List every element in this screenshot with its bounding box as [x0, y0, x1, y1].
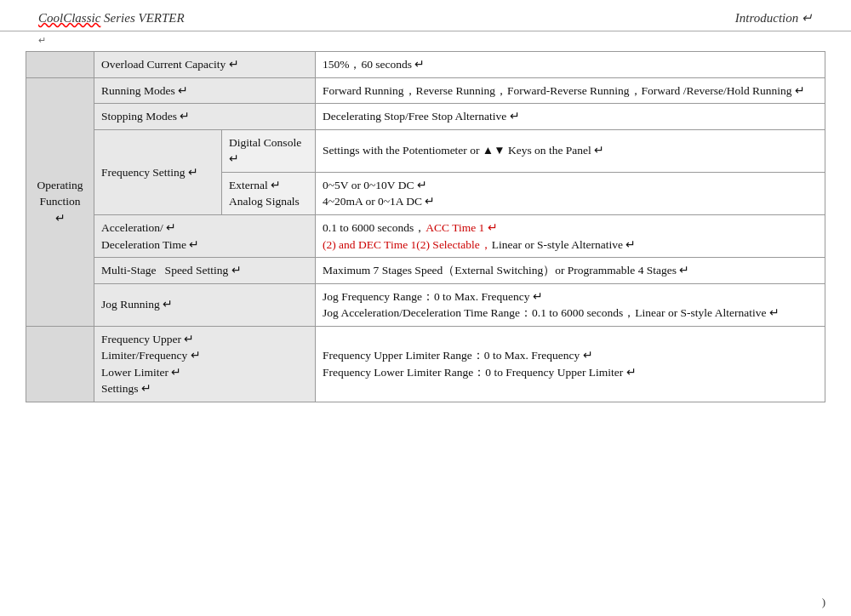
- acc-dec-red: (2) and DEC Time 1(2) Selectable，: [323, 238, 492, 251]
- page-number: ): [822, 596, 825, 609]
- cell-section-operating: Operating Function ↵: [26, 77, 94, 326]
- cell-content-analog: 0~5V or 0~10V DC ↵4~20mA or 0~1A DC ↵: [316, 172, 825, 214]
- cell-content: 150%，60 seconds ↵: [316, 52, 825, 78]
- arrow-symbol: ▲▼: [483, 144, 505, 157]
- table-row: Stopping Modes ↵ Decelerating Stop/Free …: [26, 104, 825, 130]
- specs-table: Overload Current Capacity ↵ 150%，60 seco…: [26, 51, 825, 402]
- table-row: Frequency Setting ↵ Digital Console ↵ Se…: [26, 129, 825, 172]
- cell-sub-analog: External ↵Analog Signals: [222, 172, 316, 214]
- cell-content-running: Forward Running，Reverse Running，Forward-…: [316, 77, 825, 104]
- table-row: Operating Function ↵ Running Modes ↵ For…: [26, 77, 825, 104]
- table-row: Frequency Upper ↵Limiter/Frequency ↵Lowe…: [26, 326, 825, 402]
- header-title-right: Introduction ↵: [735, 10, 813, 26]
- cell-feature-running: Running Modes ↵: [94, 77, 316, 104]
- table-row: Overload Current Capacity ↵ 150%，60 seco…: [26, 52, 825, 78]
- cell-section: [26, 52, 94, 78]
- cell-content-accel: 0.1 to 6000 seconds，ACC Time 1 ↵ (2) and…: [316, 214, 825, 257]
- table-row: Multi-Stage Speed Setting ↵ Maximum 7 St…: [26, 258, 825, 284]
- cell-feature-freq: Frequency Setting ↵: [94, 129, 222, 214]
- doc-mark: ↵: [0, 31, 851, 46]
- header-title-left: CoolClassic Series VERTER: [38, 11, 185, 26]
- main-table-wrapper: Overload Current Capacity ↵ 150%，60 seco…: [0, 46, 851, 419]
- cell-feature-stopping: Stopping Modes ↵: [94, 104, 316, 130]
- cell-feature-multistage: Multi-Stage Speed Setting ↵: [94, 258, 316, 284]
- cell-sub-digital: Digital Console ↵: [222, 129, 316, 172]
- cell-feature: Overload Current Capacity ↵: [94, 52, 316, 78]
- table-row: Jog Running ↵ Jog Frequency Range：0 to M…: [26, 283, 825, 326]
- cell-content-stopping: Decelerating Stop/Free Stop Alternative …: [316, 104, 825, 130]
- page-container: CoolClassic Series VERTER Introduction ↵…: [0, 0, 851, 616]
- cell-section-empty2: [26, 326, 94, 402]
- cell-content-jog: Jog Frequency Range：0 to Max. Frequency …: [316, 283, 825, 326]
- acc-time-red: ACC Time 1 ↵: [426, 221, 497, 234]
- cell-feature-limiter: Frequency Upper ↵Limiter/Frequency ↵Lowe…: [94, 326, 316, 402]
- header-series: Series VERTER: [104, 11, 185, 25]
- cell-content-digital: Settings with the Potentiometer or ▲▼ Ke…: [316, 129, 825, 172]
- cell-content-multistage: Maximum 7 Stages Speed（External Switchin…: [316, 258, 825, 284]
- table-row: Acceleration/ ↵Deceleration Time ↵ 0.1 t…: [26, 214, 825, 257]
- cell-content-limiter: Frequency Upper Limiter Range：0 to Max. …: [316, 326, 825, 402]
- page-header: CoolClassic Series VERTER Introduction ↵: [0, 0, 851, 31]
- cell-feature-jog: Jog Running ↵: [94, 283, 316, 326]
- cell-feature-accel: Acceleration/ ↵Deceleration Time ↵: [94, 214, 316, 257]
- brand-name: CoolClassic: [38, 11, 100, 25]
